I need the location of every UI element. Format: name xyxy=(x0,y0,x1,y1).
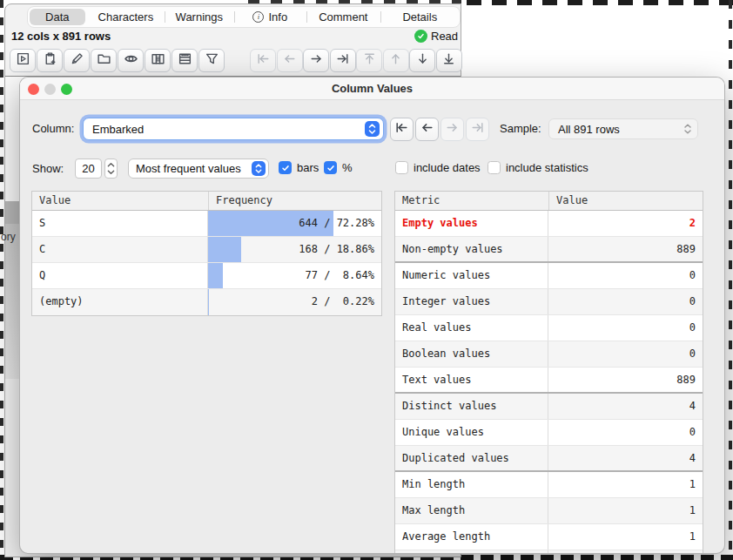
order-select[interactable]: Most frequent values xyxy=(128,159,269,179)
include-dates-checkbox-label: include dates xyxy=(414,161,481,174)
last-column-button xyxy=(466,118,489,141)
filter-button[interactable] xyxy=(198,49,225,72)
first-column-button[interactable] xyxy=(390,118,414,141)
include-statistics-checkbox-box[interactable] xyxy=(488,161,501,174)
move-right-button[interactable] xyxy=(303,49,329,72)
columns-button[interactable] xyxy=(145,49,171,72)
rows-button[interactable] xyxy=(171,49,198,72)
popup-chevrons-icon xyxy=(683,123,692,135)
tab-comment[interactable]: Comment xyxy=(306,7,380,27)
checkbox-percent[interactable]: % xyxy=(324,161,353,174)
table-row-partial xyxy=(395,550,703,554)
metric-table-row[interactable]: Numeric values0 xyxy=(395,263,703,289)
metric-table-row[interactable]: Integer values0 xyxy=(395,289,703,315)
frequency-text: 168 / 18.86% xyxy=(299,237,374,262)
clipped-text-fragment xyxy=(729,0,732,560)
metric-table-row[interactable]: Text values889 xyxy=(395,368,703,394)
bars-checkbox-label: bars xyxy=(297,161,319,174)
grid-dimensions-label: 12 cols x 891 rows xyxy=(11,30,111,43)
metric-table-row[interactable]: Duplicated values4 xyxy=(395,446,703,472)
metric-table-row[interactable]: Distinct values4 xyxy=(395,394,703,420)
move-down-button[interactable] xyxy=(409,49,435,72)
frequency-bar xyxy=(208,237,241,262)
metric-value-cell: 0 xyxy=(548,263,703,288)
metric-table: Metric Value Empty values2Non-empty valu… xyxy=(394,191,703,554)
metric-table-row[interactable]: Unique values0 xyxy=(395,420,703,446)
frequency-column-header: Frequency xyxy=(208,192,381,210)
tab-info[interactable]: iInfo xyxy=(234,7,306,27)
left-arrow-icon xyxy=(282,51,297,70)
run-icon xyxy=(16,51,30,70)
checkbox-include-statistics[interactable]: include statistics xyxy=(488,161,588,174)
metric-table-row[interactable]: Non-empty values889 xyxy=(395,237,703,263)
popup-chevrons-icon xyxy=(252,161,266,176)
metric-table-row[interactable]: Empty values2 xyxy=(395,211,703,237)
metric-table-row[interactable]: Max length1 xyxy=(395,498,703,524)
right-arrow-icon xyxy=(309,51,324,70)
frequency-cell: 2 / 0.22% xyxy=(208,289,381,315)
frequency-text: 2 / 0.22% xyxy=(312,289,374,314)
metric-cell: Empty values xyxy=(395,211,548,236)
metric-value-cell: 0 xyxy=(548,341,703,367)
tab-characters[interactable]: Characters xyxy=(87,7,165,27)
tab-label: Comment xyxy=(319,10,367,24)
clipped-label-fragment: ory xyxy=(1,231,16,243)
filter-icon xyxy=(205,51,219,70)
bars-checkbox-box[interactable] xyxy=(279,161,292,174)
value-table-row[interactable]: (empty)2 / 0.22% xyxy=(32,289,381,315)
metric-cell: Integer values xyxy=(395,289,548,314)
right-bar-arrow-icon xyxy=(335,51,350,70)
checkbox-bars[interactable]: bars xyxy=(279,161,319,174)
folder-button[interactable] xyxy=(91,49,117,72)
metric-value-cell: 889 xyxy=(548,237,703,261)
tab-warnings[interactable]: Warnings xyxy=(165,7,234,27)
column-label: Column: xyxy=(32,122,74,135)
sample-label: Sample: xyxy=(500,122,541,135)
percent-checkbox-label: % xyxy=(342,161,353,174)
move-bottom-button[interactable] xyxy=(436,49,462,72)
metric-table-row[interactable]: Real values0 xyxy=(395,315,703,341)
columns-icon xyxy=(151,51,165,70)
tab-label: Details xyxy=(402,10,437,24)
prev-column-button[interactable] xyxy=(415,118,439,141)
tab-data[interactable]: Data xyxy=(30,9,85,25)
up-arrow-icon xyxy=(388,51,403,70)
dialog-titlebar[interactable]: Column Values xyxy=(20,78,724,100)
view-button[interactable] xyxy=(118,49,144,72)
run-button[interactable] xyxy=(10,49,36,72)
include-dates-checkbox-box[interactable] xyxy=(395,161,408,174)
column-select[interactable]: Embarked xyxy=(83,118,384,140)
tab-separator xyxy=(380,11,381,23)
right-bar-arrow-icon xyxy=(470,120,485,138)
metric-cell: Non-empty values xyxy=(395,237,548,261)
view-icon xyxy=(124,51,138,70)
show-count-stepper[interactable] xyxy=(104,159,118,179)
value-table-row[interactable]: Q77 / 8.64% xyxy=(32,263,381,289)
move-right-end-button[interactable] xyxy=(330,49,356,72)
value-table-row[interactable]: C168 / 18.86% xyxy=(32,237,381,263)
metric-table-row[interactable]: Average length1 xyxy=(395,524,703,550)
percent-checkbox-box[interactable] xyxy=(324,161,337,174)
value-table-row[interactable]: S644 / 72.28% xyxy=(32,211,381,237)
frequency-text: 77 / 8.64% xyxy=(306,263,374,288)
paste-icon xyxy=(43,51,57,70)
show-count-input[interactable]: 20 xyxy=(75,159,102,179)
tab-details[interactable]: Details xyxy=(380,7,460,27)
checkbox-include-dates[interactable]: include dates xyxy=(395,161,481,174)
tab-label: Data xyxy=(45,10,69,24)
clipped-text-fragment xyxy=(467,0,733,5)
value-column-header: Value xyxy=(548,192,703,210)
frequency-bar xyxy=(208,263,223,288)
metric-cell: Average length xyxy=(395,524,548,550)
metric-table-row[interactable]: Boolean values0 xyxy=(395,341,703,368)
metric-value-cell: 1 xyxy=(548,498,703,523)
paste-button[interactable] xyxy=(37,49,63,72)
edit-button[interactable] xyxy=(64,49,90,72)
sample-select[interactable]: All 891 rows xyxy=(548,118,698,139)
metric-table-row[interactable]: Min length1 xyxy=(395,472,703,498)
edit-icon xyxy=(70,51,84,70)
metric-value-cell: 889 xyxy=(548,368,703,392)
sample-select-value: All 891 rows xyxy=(549,123,683,136)
metric-column-header: Metric xyxy=(395,192,548,210)
metric-cell: Min length xyxy=(395,472,548,497)
